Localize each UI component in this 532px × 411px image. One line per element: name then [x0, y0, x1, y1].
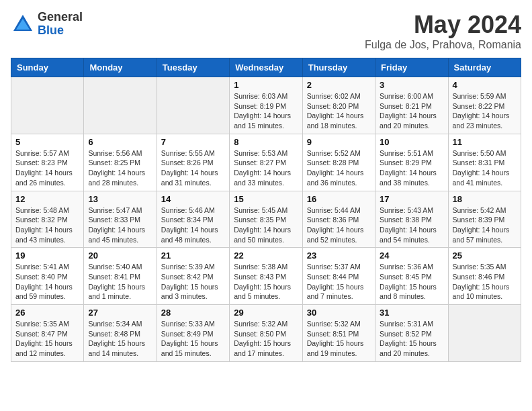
calendar-cell: 17Sunrise: 5:43 AMSunset: 8:38 PMDayligh… [375, 191, 448, 248]
day-info: Sunrise: 5:31 AMSunset: 8:52 PMDaylight:… [380, 319, 443, 359]
calendar-cell: 18Sunrise: 5:42 AMSunset: 8:39 PMDayligh… [448, 191, 521, 248]
day-number: 22 [234, 250, 298, 261]
day-number: 24 [380, 250, 443, 261]
calendar-week-row: 26Sunrise: 5:35 AMSunset: 8:47 PMDayligh… [11, 305, 521, 362]
day-info: Sunrise: 5:53 AMSunset: 8:27 PMDaylight:… [234, 148, 298, 188]
day-number: 2 [307, 80, 371, 90]
day-info: Sunrise: 5:40 AMSunset: 8:41 PMDaylight:… [88, 262, 152, 302]
calendar-cell: 22Sunrise: 5:38 AMSunset: 8:43 PMDayligh… [230, 248, 302, 305]
day-info: Sunrise: 5:38 AMSunset: 8:43 PMDaylight:… [234, 262, 298, 302]
day-number: 16 [307, 194, 371, 204]
day-info: Sunrise: 5:55 AMSunset: 8:26 PMDaylight:… [161, 148, 225, 188]
logo: General Blue [11, 11, 83, 38]
location: Fulga de Jos, Prahova, Romania [365, 39, 521, 51]
calendar-cell [11, 77, 84, 134]
day-number: 10 [380, 137, 443, 147]
day-number: 15 [234, 194, 298, 204]
day-info: Sunrise: 5:41 AMSunset: 8:40 PMDaylight:… [15, 262, 79, 302]
page-header: General Blue May 2024 Fulga de Jos, Prah… [11, 11, 521, 51]
weekday-header-row: SundayMondayTuesdayWednesdayThursdayFrid… [11, 58, 521, 77]
day-number: 31 [380, 308, 443, 318]
day-number: 14 [161, 194, 225, 204]
calendar-cell: 10Sunrise: 5:51 AMSunset: 8:29 PMDayligh… [375, 134, 448, 191]
day-info: Sunrise: 5:32 AMSunset: 8:51 PMDaylight:… [307, 319, 371, 359]
calendar-cell: 20Sunrise: 5:40 AMSunset: 8:41 PMDayligh… [84, 248, 157, 305]
calendar-cell: 21Sunrise: 5:39 AMSunset: 8:42 PMDayligh… [157, 248, 229, 305]
day-number: 27 [88, 308, 152, 318]
weekday-header: Wednesday [230, 58, 302, 77]
day-info: Sunrise: 6:03 AMSunset: 8:19 PMDaylight:… [234, 91, 298, 131]
day-info: Sunrise: 5:35 AMSunset: 8:46 PMDaylight:… [453, 262, 517, 302]
day-number: 20 [88, 250, 152, 261]
day-info: Sunrise: 5:43 AMSunset: 8:38 PMDaylight:… [380, 205, 443, 245]
day-info: Sunrise: 5:56 AMSunset: 8:25 PMDaylight:… [88, 148, 152, 188]
calendar-week-row: 1Sunrise: 6:03 AMSunset: 8:19 PMDaylight… [11, 77, 521, 134]
weekday-header: Monday [84, 58, 157, 77]
day-info: Sunrise: 5:36 AMSunset: 8:45 PMDaylight:… [380, 262, 443, 302]
day-number: 29 [234, 308, 298, 318]
calendar-cell: 15Sunrise: 5:45 AMSunset: 8:35 PMDayligh… [230, 191, 302, 248]
day-info: Sunrise: 5:44 AMSunset: 8:36 PMDaylight:… [307, 205, 371, 245]
day-info: Sunrise: 5:37 AMSunset: 8:44 PMDaylight:… [307, 262, 371, 302]
logo-icon [11, 12, 35, 36]
weekday-header: Sunday [11, 58, 84, 77]
day-number: 6 [88, 137, 152, 147]
day-info: Sunrise: 6:00 AMSunset: 8:21 PMDaylight:… [380, 91, 443, 131]
day-number: 21 [161, 250, 225, 261]
calendar-cell: 28Sunrise: 5:33 AMSunset: 8:49 PMDayligh… [157, 305, 229, 362]
calendar-cell: 24Sunrise: 5:36 AMSunset: 8:45 PMDayligh… [375, 248, 448, 305]
day-number: 18 [453, 194, 517, 204]
weekday-header: Thursday [302, 58, 375, 77]
calendar-cell: 1Sunrise: 6:03 AMSunset: 8:19 PMDaylight… [230, 77, 302, 134]
day-info: Sunrise: 5:59 AMSunset: 8:22 PMDaylight:… [453, 91, 517, 131]
day-number: 9 [307, 137, 371, 147]
day-info: Sunrise: 5:51 AMSunset: 8:29 PMDaylight:… [380, 148, 443, 188]
day-info: Sunrise: 5:47 AMSunset: 8:33 PMDaylight:… [88, 205, 152, 245]
calendar-cell: 27Sunrise: 5:34 AMSunset: 8:48 PMDayligh… [84, 305, 157, 362]
day-number: 4 [453, 80, 517, 90]
calendar-week-row: 19Sunrise: 5:41 AMSunset: 8:40 PMDayligh… [11, 248, 521, 305]
logo-general-text: General [38, 11, 83, 24]
day-info: Sunrise: 5:52 AMSunset: 8:28 PMDaylight:… [307, 148, 371, 188]
day-info: Sunrise: 5:32 AMSunset: 8:50 PMDaylight:… [234, 319, 298, 359]
day-number: 30 [307, 308, 371, 318]
day-number: 8 [234, 137, 298, 147]
day-info: Sunrise: 5:34 AMSunset: 8:48 PMDaylight:… [88, 319, 152, 359]
logo-blue-text: Blue [38, 24, 83, 38]
day-info: Sunrise: 5:46 AMSunset: 8:34 PMDaylight:… [161, 205, 225, 245]
day-number: 17 [380, 194, 443, 204]
day-number: 28 [161, 308, 225, 318]
calendar-cell: 14Sunrise: 5:46 AMSunset: 8:34 PMDayligh… [157, 191, 229, 248]
calendar-cell: 30Sunrise: 5:32 AMSunset: 8:51 PMDayligh… [302, 305, 375, 362]
calendar-cell: 31Sunrise: 5:31 AMSunset: 8:52 PMDayligh… [375, 305, 448, 362]
calendar-cell: 12Sunrise: 5:48 AMSunset: 8:32 PMDayligh… [11, 191, 84, 248]
calendar-cell: 11Sunrise: 5:50 AMSunset: 8:31 PMDayligh… [448, 134, 521, 191]
day-info: Sunrise: 5:50 AMSunset: 8:31 PMDaylight:… [453, 148, 517, 188]
day-number: 13 [88, 194, 152, 204]
day-number: 3 [380, 80, 443, 90]
calendar-cell: 19Sunrise: 5:41 AMSunset: 8:40 PMDayligh… [11, 248, 84, 305]
day-info: Sunrise: 5:57 AMSunset: 8:23 PMDaylight:… [15, 148, 79, 188]
calendar-cell: 23Sunrise: 5:37 AMSunset: 8:44 PMDayligh… [302, 248, 375, 305]
calendar-cell: 29Sunrise: 5:32 AMSunset: 8:50 PMDayligh… [230, 305, 302, 362]
month-title: May 2024 [365, 11, 521, 39]
day-info: Sunrise: 5:42 AMSunset: 8:39 PMDaylight:… [453, 205, 517, 245]
calendar-cell: 25Sunrise: 5:35 AMSunset: 8:46 PMDayligh… [448, 248, 521, 305]
calendar-cell: 2Sunrise: 6:02 AMSunset: 8:20 PMDaylight… [302, 77, 375, 134]
calendar-cell [84, 77, 157, 134]
calendar-cell: 9Sunrise: 5:52 AMSunset: 8:28 PMDaylight… [302, 134, 375, 191]
day-info: Sunrise: 5:35 AMSunset: 8:47 PMDaylight:… [15, 319, 79, 359]
calendar-cell: 16Sunrise: 5:44 AMSunset: 8:36 PMDayligh… [302, 191, 375, 248]
calendar-cell: 3Sunrise: 6:00 AMSunset: 8:21 PMDaylight… [375, 77, 448, 134]
calendar-cell: 5Sunrise: 5:57 AMSunset: 8:23 PMDaylight… [11, 134, 84, 191]
calendar-week-row: 12Sunrise: 5:48 AMSunset: 8:32 PMDayligh… [11, 191, 521, 248]
calendar-cell [448, 305, 521, 362]
day-number: 7 [161, 137, 225, 147]
calendar-week-row: 5Sunrise: 5:57 AMSunset: 8:23 PMDaylight… [11, 134, 521, 191]
day-number: 1 [234, 80, 298, 90]
weekday-header: Friday [375, 58, 448, 77]
title-area: May 2024 Fulga de Jos, Prahova, Romania [365, 11, 521, 51]
day-number: 25 [453, 250, 517, 261]
logo-text: General Blue [38, 11, 83, 38]
day-info: Sunrise: 5:48 AMSunset: 8:32 PMDaylight:… [15, 205, 79, 245]
